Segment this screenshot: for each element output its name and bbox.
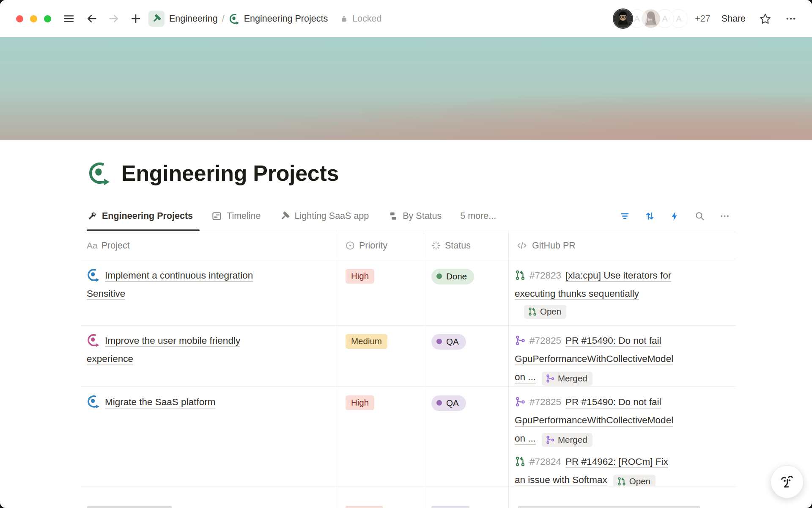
column-header-priority[interactable]: Priority — [338, 231, 424, 260]
clipped-next-row — [81, 486, 736, 508]
merge-icon — [515, 396, 526, 407]
column-header-github-pr[interactable]: GitHub PR — [509, 231, 736, 260]
pr-entry[interactable]: #72825PR #15490: Do not failGpuPerforman… — [515, 331, 729, 386]
badge-label: Open — [629, 476, 650, 486]
column-header-status[interactable]: Status — [424, 231, 509, 260]
tab-label: By Status — [403, 211, 442, 221]
status-dot — [436, 273, 442, 279]
priority-tag: High — [346, 269, 374, 284]
breadcrumb-separator: / — [222, 14, 225, 24]
lightning-icon[interactable] — [669, 211, 680, 221]
project-title-link[interactable]: Improve the user mobile friendlyexperien… — [87, 335, 240, 364]
select-icon — [345, 240, 355, 251]
view-tab-5-more[interactable]: 5 more... — [460, 202, 496, 231]
status-cell[interactable]: QA — [424, 326, 509, 387]
status-cell[interactable]: Done — [424, 260, 509, 326]
priority-cell[interactable]: High — [338, 260, 424, 326]
pr-entry[interactable]: #72824PR #14962: [ROCm] Fixan issue with… — [515, 453, 729, 486]
more-options-icon[interactable] — [785, 13, 797, 25]
merge-icon — [546, 374, 555, 383]
table-body: Implement a continuous integrationSensit… — [81, 260, 736, 486]
merge-icon — [515, 335, 526, 346]
tab-label: Lighting SaaS app — [295, 211, 369, 221]
priority-cell[interactable]: High — [338, 387, 424, 486]
status-label: QA — [446, 337, 459, 347]
view-tab-timeline[interactable]: Timeline — [211, 202, 261, 231]
forward-icon[interactable] — [108, 13, 120, 25]
project-cell[interactable]: Migrate the SaaS platform — [81, 387, 338, 486]
wrench-icon — [87, 211, 97, 221]
project-cell[interactable]: Improve the user mobile friendlyexperien… — [81, 326, 338, 387]
priority-tag: Medium — [346, 334, 387, 349]
close-window-button[interactable] — [16, 15, 23, 22]
pull-request-icon — [515, 456, 526, 467]
status-label: QA — [446, 398, 459, 408]
column-label: GitHub PR — [532, 240, 576, 251]
table-row: Implement a continuous integrationSensit… — [81, 260, 736, 326]
merge-icon — [546, 435, 555, 444]
status-cell[interactable]: QA — [424, 387, 509, 486]
status-dot — [436, 339, 442, 344]
breadcrumb-workspace[interactable]: Engineering — [169, 14, 218, 24]
clipped-priority-tag — [346, 506, 383, 508]
view-tab-lighting-saas-app[interactable]: Lighting SaaS app — [280, 202, 369, 231]
traffic-lights — [16, 15, 51, 22]
search-icon[interactable] — [694, 211, 705, 221]
view-tabs: Engineering ProjectsTimelineLighting Saa… — [87, 202, 515, 231]
back-icon[interactable] — [86, 13, 98, 25]
more-icon[interactable] — [719, 211, 730, 221]
project-cyclone-icon — [87, 333, 101, 347]
project-cyclone-icon — [87, 395, 101, 409]
pr-number: #72823 — [529, 270, 561, 281]
new-tab-icon[interactable] — [130, 13, 142, 25]
favorite-star-icon[interactable] — [759, 13, 771, 25]
badge-label: Merged — [558, 435, 587, 445]
pull-request-icon — [515, 270, 526, 281]
view-tab-by-status[interactable]: By Status — [387, 202, 442, 231]
code-icon — [516, 240, 528, 251]
clipped-status-tag — [431, 506, 469, 508]
fullscreen-window-button[interactable] — [44, 15, 51, 22]
filter-icon[interactable] — [620, 211, 630, 221]
table-row: Migrate the SaaS platformHighQA#72825PR … — [81, 387, 736, 486]
tab-label: Engineering Projects — [102, 211, 193, 221]
status-dot — [436, 400, 442, 406]
page-title[interactable]: Engineering Projects — [121, 160, 339, 186]
status-icon — [431, 240, 441, 251]
sidebar-toggle-icon[interactable] — [63, 13, 75, 25]
breadcrumb-page[interactable]: Engineering Projects — [244, 14, 328, 24]
aa-icon: Aa — [87, 240, 98, 251]
project-title-link[interactable]: Implement a continuous integrationSensit… — [87, 270, 253, 299]
avatar-stack[interactable]: AAA — [614, 9, 688, 28]
table-header-row: AaProjectPriorityStatusGitHub PR — [81, 231, 736, 260]
clipped-project-text — [87, 506, 172, 508]
github-pr-cell[interactable]: #72825PR #15490: Do not failGpuPerforman… — [509, 387, 736, 486]
share-button[interactable]: Share — [721, 14, 746, 24]
project-title-link[interactable]: Migrate the SaaS platform — [105, 397, 215, 407]
pr-entry[interactable]: #72825PR #15490: Do not failGpuPerforman… — [515, 393, 729, 447]
sort-icon[interactable] — [645, 211, 655, 221]
github-pr-cell — [509, 486, 736, 508]
clipped-pr-text — [518, 506, 700, 508]
timeline-icon — [211, 211, 222, 221]
table-row: Improve the user mobile friendlyexperien… — [81, 326, 736, 387]
pr-entry[interactable]: #72823[xla:cpu] Use iterators forexecuti… — [515, 266, 729, 322]
github-pr-cell[interactable]: #72823[xla:cpu] Use iterators forexecuti… — [509, 260, 736, 326]
notion-ai-button[interactable] — [771, 465, 804, 498]
column-header-project[interactable]: AaProject — [81, 231, 338, 260]
github-pr-cell[interactable]: #72825PR #15490: Do not failGpuPerforman… — [509, 326, 736, 387]
avatar-overflow-count[interactable]: +27 — [695, 14, 710, 24]
pr-number: #72824 — [529, 456, 561, 467]
tab-label: Timeline — [227, 211, 261, 221]
priority-cell[interactable]: Medium — [338, 326, 424, 387]
minimize-window-button[interactable] — [30, 15, 37, 22]
workspace-hammer-icon[interactable] — [148, 11, 165, 27]
view-tab-engineering-projects[interactable]: Engineering Projects — [87, 202, 193, 231]
page-title-cyclone-icon[interactable] — [88, 161, 112, 185]
avatar[interactable] — [614, 9, 632, 28]
project-cell[interactable]: Implement a continuous integrationSensit… — [81, 260, 338, 326]
column-label: Status — [445, 240, 471, 251]
pr-status-badge: Merged — [542, 372, 593, 386]
locked-indicator[interactable]: Locked — [340, 14, 381, 24]
app-window: Engineering / Engineering Projects Locke… — [0, 0, 812, 508]
